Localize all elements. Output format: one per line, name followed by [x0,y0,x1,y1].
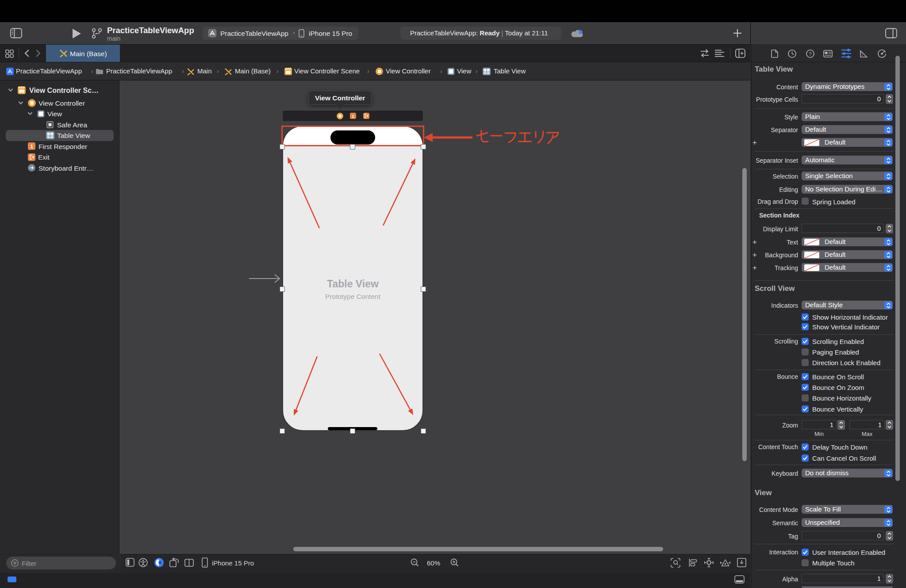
svg-text:?: ? [809,51,811,57]
svg-text:1: 1 [30,144,33,149]
